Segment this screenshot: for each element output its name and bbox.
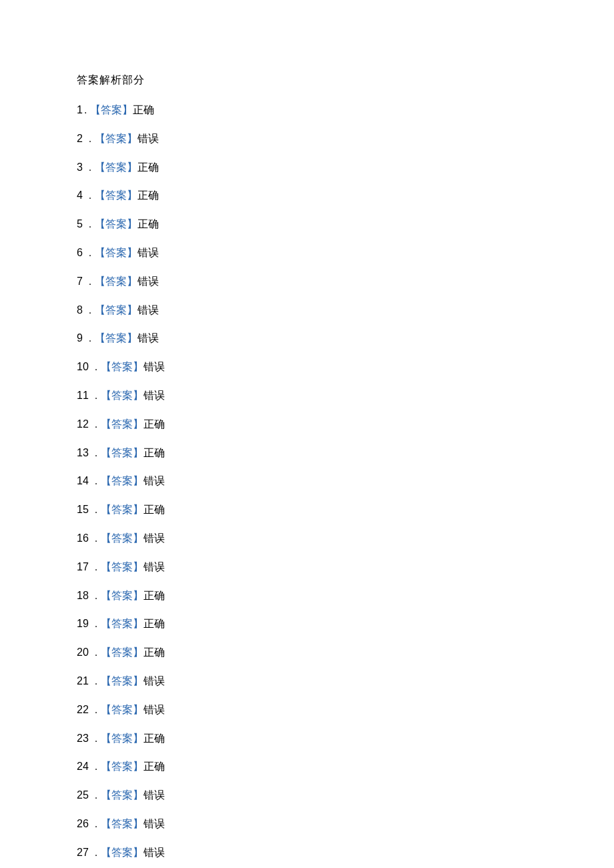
answer-line: 3 . 【答案】正确: [77, 161, 614, 175]
answer-number: 9: [77, 332, 83, 346]
answer-number: 22: [77, 703, 89, 717]
answer-value: 正确: [143, 617, 165, 631]
answer-line: 4 . 【答案】正确: [77, 189, 614, 203]
answer-label: 【答案】: [101, 703, 143, 717]
answer-separator: .: [89, 732, 101, 746]
answer-separator: .: [83, 332, 95, 346]
answer-separator: .: [89, 560, 101, 574]
answer-label: 【答案】: [101, 560, 143, 574]
answer-label: 【答案】: [95, 132, 137, 146]
answer-number: 14: [77, 474, 89, 488]
answer-separator: .: [89, 675, 101, 689]
answer-line: 27 . 【答案】错误: [77, 846, 614, 860]
answer-separator: .: [89, 846, 101, 860]
answer-separator: .: [83, 189, 95, 203]
answer-label: 【答案】: [90, 103, 133, 117]
answer-line: 8 . 【答案】错误: [77, 304, 614, 318]
answer-value: 正确: [143, 646, 165, 660]
answer-separator: .: [83, 304, 95, 318]
answer-value: 错误: [143, 532, 165, 546]
answer-number: 12: [77, 418, 89, 432]
answer-number: 11: [77, 389, 89, 403]
answer-label: 【答案】: [101, 732, 143, 746]
answer-separator: .: [83, 246, 95, 260]
answer-number: 8: [77, 304, 83, 318]
answer-label: 【答案】: [101, 589, 143, 603]
answer-number: 24: [77, 760, 89, 774]
answer-line: 15 . 【答案】正确: [77, 503, 614, 517]
answer-label: 【答案】: [101, 675, 143, 689]
answer-number: 26: [77, 817, 89, 831]
answer-value: 错误: [143, 817, 165, 831]
answer-separator: .: [89, 503, 101, 517]
answer-value: 错误: [143, 389, 165, 403]
answer-label: 【答案】: [95, 304, 137, 318]
answer-line: 14 . 【答案】错误: [77, 474, 614, 488]
answer-number: 5: [77, 218, 83, 232]
section-title: 答案解析部分: [77, 73, 614, 87]
answer-number: 10: [77, 360, 89, 374]
answer-label: 【答案】: [95, 218, 137, 232]
answer-value: 错误: [143, 560, 165, 574]
answer-label: 【答案】: [101, 389, 143, 403]
answer-label: 【答案】: [101, 446, 143, 460]
answer-value: 错误: [143, 474, 165, 488]
answer-line: 9 . 【答案】错误: [77, 332, 614, 346]
answer-value: 正确: [137, 161, 159, 175]
answer-separator: .: [83, 275, 95, 289]
answer-line: 18 . 【答案】正确: [77, 589, 614, 603]
answer-separator: .: [89, 789, 101, 803]
answer-value: 正确: [133, 103, 154, 117]
answer-value: 错误: [143, 789, 165, 803]
answer-separator: .: [89, 389, 101, 403]
answer-value: 错误: [137, 304, 159, 318]
answer-value: 错误: [137, 132, 159, 146]
answer-number: 16: [77, 532, 89, 546]
answer-line: 23 . 【答案】正确: [77, 732, 614, 746]
answer-line: 26 . 【答案】错误: [77, 817, 614, 831]
answer-line: 12 . 【答案】正确: [77, 418, 614, 432]
answer-value: 错误: [137, 246, 159, 260]
answer-line: 7 . 【答案】错误: [77, 275, 614, 289]
answer-separator: .: [89, 418, 101, 432]
answer-label: 【答案】: [101, 360, 143, 374]
answer-number: 19: [77, 617, 89, 631]
answer-line: 13 . 【答案】正确: [77, 446, 614, 460]
answer-separator: .: [83, 218, 95, 232]
answer-number: 7: [77, 275, 83, 289]
answer-line: 16 . 【答案】错误: [77, 532, 614, 546]
answer-number: 6: [77, 246, 83, 260]
answer-number: 4: [77, 189, 83, 203]
answer-value: 正确: [143, 503, 165, 517]
answer-value: 正确: [137, 218, 159, 232]
answer-separator: .: [83, 132, 95, 146]
answer-line: 19 . 【答案】正确: [77, 617, 614, 631]
answer-value: 错误: [143, 703, 165, 717]
answer-line: 17 . 【答案】错误: [77, 560, 614, 574]
answer-separator: .: [83, 161, 95, 175]
answer-label: 【答案】: [101, 817, 143, 831]
answer-separator: .: [89, 474, 101, 488]
answer-value: 错误: [137, 332, 159, 346]
answer-line: 1. 【答案】正确: [77, 103, 614, 117]
answer-label: 【答案】: [101, 474, 143, 488]
answer-separator: .: [89, 703, 101, 717]
answer-value: 正确: [137, 189, 159, 203]
answer-number: 13: [77, 446, 89, 460]
answer-number: 15: [77, 503, 89, 517]
answer-value: 正确: [143, 446, 165, 460]
answer-separator: .: [89, 817, 101, 831]
answer-label: 【答案】: [101, 418, 143, 432]
answer-label: 【答案】: [101, 503, 143, 517]
answer-label: 【答案】: [101, 532, 143, 546]
answer-separator: .: [89, 646, 101, 660]
answer-line: 6 . 【答案】错误: [77, 246, 614, 260]
answer-label: 【答案】: [95, 246, 137, 260]
answer-line: 2 . 【答案】错误: [77, 132, 614, 146]
answer-value: 正确: [143, 760, 165, 774]
answer-number: 23: [77, 732, 89, 746]
answer-separator: .: [89, 760, 101, 774]
answer-number: 27: [77, 846, 89, 860]
answer-separator: .: [89, 617, 101, 631]
answer-label: 【答案】: [95, 161, 137, 175]
